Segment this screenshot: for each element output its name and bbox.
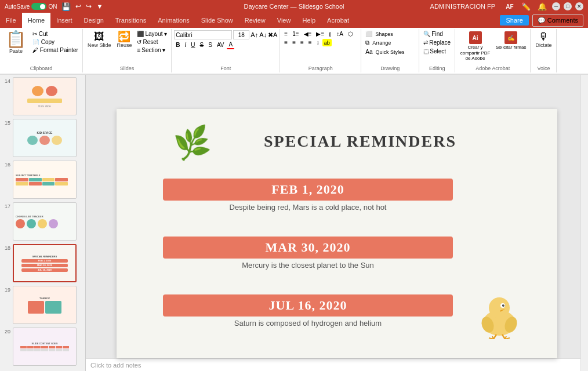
layout-button[interactable]: ⬛ Layout ▾	[135, 30, 169, 38]
minimize-button[interactable]: ─	[552, 2, 560, 10]
numbering-button[interactable]: 1≡	[291, 30, 300, 38]
autosave-dot	[40, 4, 45, 9]
adobe-create-button[interactable]: Ai Crear y compartir PDF de Adobe	[458, 30, 493, 63]
slide-thumb-18[interactable]: 18 SPECIAL REMINDERS FEB 1, 2020 MAR 30,…	[2, 244, 83, 282]
slide-num-16: 16	[2, 161, 10, 168]
tab-file[interactable]: File	[0, 13, 22, 28]
tab-transitions[interactable]: Transitions	[110, 13, 152, 28]
align-left-button[interactable]: ≡	[282, 39, 289, 46]
slide-thumb-17[interactable]: 17 CHORES LIST TRACKER	[2, 202, 83, 241]
dictate-button[interactable]: 🎙 Dictate	[533, 30, 554, 49]
tab-design[interactable]: Design	[78, 13, 110, 28]
save-icon[interactable]: 💾	[61, 2, 71, 11]
canvas-area: 🌿 SPECIAL REMINDERS FEB 1, 2020 Despite …	[86, 75, 588, 371]
ribbon-tabs: File Home Insert Design Transitions Anim…	[0, 13, 588, 28]
align-right-button[interactable]: ≡	[299, 39, 306, 46]
reset-label: Reset	[143, 39, 158, 45]
bullets-button[interactable]: ≡	[282, 30, 289, 38]
slide-thumb-14[interactable]: 14 Kids slide	[2, 77, 83, 115]
text-highlight-button[interactable]: ab	[322, 39, 332, 46]
paragraph-group: ≡ 1≡ ◀≡ ▶≡ ⫿ ↕A ⬡ ≡ ≡ ≡ ≡ ↕ ab Paragraph	[280, 29, 361, 72]
drawing-row3: Aa Quick Styles	[364, 48, 404, 56]
copy-button[interactable]: 📄 Copy	[31, 38, 80, 46]
slide-thumb-16[interactable]: 16 SUBJECT TIMETABLE	[2, 161, 83, 199]
section-button[interactable]: ≡ Section ▾	[135, 46, 169, 54]
font-size-input[interactable]: 18	[233, 30, 249, 39]
layout-label: Layout ▾	[145, 31, 167, 37]
select-button[interactable]: ⬚ Select	[422, 48, 448, 55]
comments-button[interactable]: 💬 Comments	[532, 14, 583, 27]
shapes-button[interactable]: ⬜	[364, 30, 374, 38]
shadow-button[interactable]: S	[206, 41, 214, 49]
cut-button[interactable]: ✂ Cut	[31, 30, 80, 38]
title-bar: AutoSave ON 💾 ↩ ↪ ▼ Daycare Center — Sli…	[0, 0, 588, 13]
convert-smartart-button[interactable]: ⬡	[346, 30, 355, 38]
slide-num-20: 20	[2, 328, 10, 334]
reset-button[interactable]: ↺ Reset	[135, 38, 169, 46]
redo-icon[interactable]: ↪	[86, 2, 92, 10]
share-button[interactable]: Share	[500, 15, 528, 26]
bold-button[interactable]: B	[174, 41, 182, 49]
underline-button[interactable]: U	[189, 41, 197, 49]
new-slide-button[interactable]: 🖼 New Slide	[85, 30, 114, 49]
quick-styles-button[interactable]: Aa	[364, 48, 374, 56]
slide-img-14: Kids slide	[13, 77, 77, 115]
tab-insert[interactable]: Insert	[50, 13, 78, 28]
undo-icon[interactable]: ↩	[75, 2, 81, 10]
drawing-label: Drawing	[361, 66, 419, 71]
font-increase-icon[interactable]: A↑	[251, 31, 258, 38]
slide-img-18: SPECIAL REMINDERS FEB 1, 2020 MAR 30, 20…	[13, 244, 77, 282]
italic-button[interactable]: I	[183, 41, 188, 49]
autosave-toggle[interactable]	[31, 3, 46, 10]
maximize-button[interactable]: □	[564, 2, 572, 10]
slide-canvas[interactable]: 🌿 SPECIAL REMINDERS FEB 1, 2020 Despite …	[117, 109, 557, 358]
drawing-row2: ⧉ Arrange	[364, 39, 391, 47]
arrange-label: Arrange	[372, 39, 391, 47]
adobe-group: Ai Crear y compartir PDF de Adobe ✍ Soli…	[455, 29, 531, 72]
char-spacing-button[interactable]: AV	[215, 41, 226, 49]
arrange-button[interactable]: ⧉	[364, 39, 371, 47]
decrease-indent-button[interactable]: ◀≡	[302, 30, 314, 38]
format-painter-button[interactable]: 🖌 Format Painter	[31, 46, 80, 54]
adobe-request-button[interactable]: ✍ Solicitar firmas	[494, 30, 528, 52]
find-button[interactable]: 🔍 Find	[422, 30, 444, 38]
slide-thumb-15[interactable]: 15 KID SPACE	[2, 119, 83, 157]
align-center-button[interactable]: ≡	[291, 39, 297, 46]
adobe-create-icon: Ai	[469, 31, 482, 44]
line-spacing-button[interactable]: ↕	[315, 39, 321, 46]
reset-icon: ↺	[137, 39, 141, 45]
pen-icon[interactable]: ✏️	[520, 0, 532, 13]
columns-button[interactable]: ⫿	[327, 30, 333, 38]
reuse-label: Reuse	[117, 42, 132, 48]
tab-animations[interactable]: Animations	[152, 13, 195, 28]
justify-button[interactable]: ≡	[307, 39, 314, 46]
replace-button[interactable]: ⇌ Replace	[422, 39, 452, 46]
font-decrease-icon[interactable]: A↓	[259, 31, 267, 38]
close-button[interactable]: ✕	[575, 2, 583, 10]
font-color-button[interactable]: A	[227, 41, 234, 49]
text-direction-button[interactable]: ↕A	[335, 30, 345, 38]
font-name-input[interactable]: Calibri	[174, 30, 232, 39]
user-avatar[interactable]: AF	[503, 0, 516, 13]
ribbon: File Home Insert Design Transitions Anim…	[0, 13, 588, 75]
paste-button[interactable]: 📋 Paste	[2, 30, 30, 55]
notes-bar[interactable]: Click to add notes	[86, 358, 588, 371]
desc-text-3: Saturn is composed of hydrogen and heliu…	[163, 319, 453, 328]
reuse-button[interactable]: 🔁 Reuse	[114, 30, 134, 49]
tab-review[interactable]: Review	[239, 13, 271, 28]
slide-thumb-20[interactable]: 20 SLIDE CONTENT GOES	[2, 328, 83, 366]
strikethrough-button[interactable]: S	[198, 41, 206, 49]
increase-indent-button[interactable]: ▶≡	[314, 30, 326, 38]
slide-num-19: 19	[2, 286, 10, 293]
bell-icon[interactable]: 🔔	[536, 0, 549, 13]
tab-slideshow[interactable]: Slide Show	[195, 13, 239, 28]
customize-icon[interactable]: ▼	[96, 3, 103, 10]
date-banner-2: MAR 30, 2020	[163, 237, 453, 259]
slide-thumb-19[interactable]: 19 THANKS!	[2, 286, 83, 324]
tab-home[interactable]: Home	[22, 13, 50, 28]
tab-help[interactable]: Help	[296, 13, 321, 28]
tab-view[interactable]: View	[271, 13, 297, 28]
tab-acrobat[interactable]: Acrobat	[321, 13, 355, 28]
clear-format-icon[interactable]: ✖A	[268, 31, 277, 39]
new-slide-label: New Slide	[88, 42, 111, 48]
